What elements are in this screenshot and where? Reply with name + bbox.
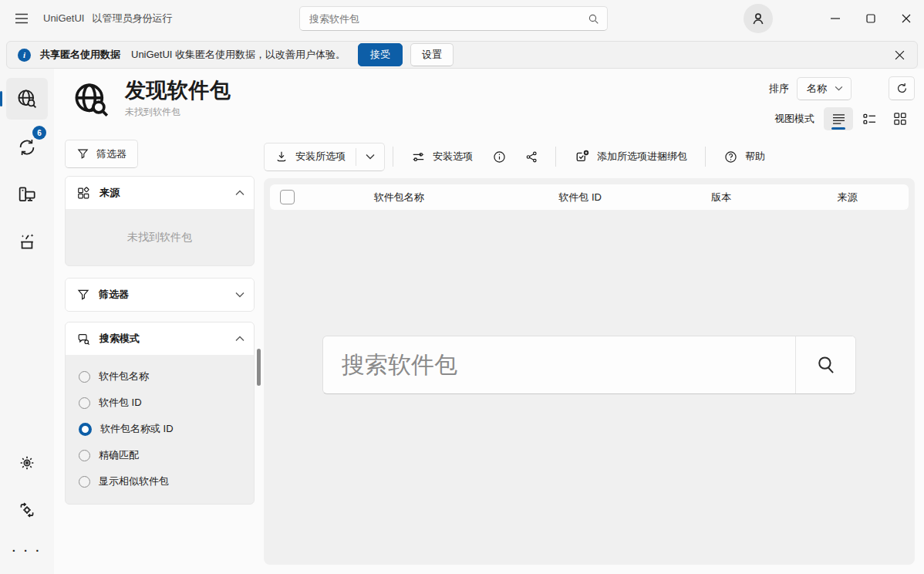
column-package-name[interactable]: 软件包名称: [295, 191, 504, 204]
nav-updates[interactable]: 6: [6, 128, 48, 167]
chevron-up-icon: [235, 336, 244, 342]
page-title: 发现软件包: [125, 76, 231, 104]
toggle-filters-button[interactable]: 筛选器: [65, 140, 138, 168]
sources-icon: [76, 186, 91, 201]
nav-installed[interactable]: [6, 175, 48, 214]
radio-checked-icon: [79, 423, 92, 436]
filters-card: 筛选器: [65, 278, 255, 312]
radio-option-similar-packages[interactable]: 显示相似软件包: [66, 468, 254, 495]
chevron-down-icon: [366, 154, 375, 160]
infobar-close-button[interactable]: [888, 43, 911, 66]
minimize-button[interactable]: [818, 0, 853, 37]
sliders-icon: [411, 150, 426, 164]
nav-discover[interactable]: [6, 78, 48, 120]
filters-title: 筛选器: [99, 288, 129, 302]
sort-dropdown[interactable]: 名称: [797, 77, 851, 100]
radio-icon: [79, 371, 90, 383]
updates-badge: 6: [32, 126, 46, 140]
install-dropdown-button[interactable]: [356, 144, 384, 171]
view-grid-button[interactable]: [885, 107, 915, 130]
maximize-button[interactable]: [853, 0, 889, 37]
main-search-box: [322, 336, 856, 394]
hamburger-icon: [15, 13, 29, 24]
list-icon: [832, 113, 845, 125]
selected-indicator: [0, 91, 2, 106]
add-to-bundle-button[interactable]: 添加所选项进捆绑包: [564, 143, 697, 171]
page-header: 发现软件包 未找到软件包 排序 名称: [65, 69, 924, 140]
nav-bundles[interactable]: [6, 222, 48, 261]
selected-underline: [831, 127, 845, 130]
splitter-handle[interactable]: [257, 349, 261, 386]
install-selected-button[interactable]: 安装所选项: [265, 144, 356, 171]
nav-operations[interactable]: [6, 491, 48, 529]
add-to-bundle-label: 添加所选项进捆绑包: [597, 150, 687, 164]
info-circle-icon: [492, 150, 507, 164]
titlebar-search-box: [299, 6, 608, 31]
radio-option-exact-match[interactable]: 精确匹配: [66, 442, 254, 468]
bubble-search-icon: [76, 332, 91, 346]
gear-icon: [17, 453, 37, 473]
download-icon: [275, 150, 288, 164]
close-icon: [895, 50, 905, 60]
content: 发现软件包 未找到软件包 排序 名称: [54, 69, 924, 574]
help-circle-icon: [723, 150, 738, 164]
refresh-icon: [895, 82, 909, 95]
radio-option-package-name[interactable]: 软件包名称: [66, 363, 254, 390]
share-icon: [524, 150, 539, 164]
install-options-button[interactable]: 安装选项: [401, 143, 483, 171]
grid-icon: [894, 113, 906, 125]
select-all-checkbox[interactable]: [280, 190, 295, 204]
box-sparkles-icon: [16, 231, 38, 252]
package-details-button[interactable]: [483, 143, 515, 171]
funnel-icon: [76, 147, 89, 160]
radio-option-package-id[interactable]: 软件包 ID: [66, 390, 254, 416]
titlebar-right: [744, 0, 924, 37]
titlebar-search-input[interactable]: [300, 13, 588, 25]
titlebar: UniGetUI以管理员身份运行: [0, 0, 924, 37]
radio-icon: [79, 450, 90, 461]
infobar-message: UniGetUI 收集匿名使用数据，以改善用户体验。: [131, 48, 346, 62]
radio-option-name-or-id[interactable]: 软件包名称或 ID: [66, 416, 254, 442]
share-button[interactable]: [515, 143, 548, 171]
nav-settings[interactable]: [6, 444, 48, 482]
close-button[interactable]: [889, 0, 924, 37]
window-title: UniGetUI以管理员身份运行: [43, 12, 172, 25]
main-search-input[interactable]: [323, 336, 795, 393]
sources-expander[interactable]: 来源: [66, 177, 254, 209]
search-mode-card: 搜索模式 软件包名称 软件包 ID: [65, 322, 255, 505]
search-mode-expander[interactable]: 搜索模式: [66, 322, 254, 355]
toolbar-separator: [705, 147, 706, 167]
toolbar: 安装所选项: [264, 140, 915, 174]
chevron-down-icon: [235, 292, 244, 298]
chevron-down-icon: [835, 86, 843, 91]
funnel-icon: [76, 288, 90, 302]
search-icon: [814, 353, 838, 377]
help-button[interactable]: 帮助: [713, 143, 775, 171]
sources-title: 来源: [99, 186, 120, 200]
sources-card: 来源 未找到软件包: [65, 176, 255, 266]
column-version[interactable]: 版本: [657, 191, 786, 204]
nav-more[interactable]: · · ·: [6, 538, 48, 566]
infobar-settings-button[interactable]: 设置: [410, 43, 454, 66]
hamburger-menu-button[interactable]: [8, 5, 35, 32]
more-dots-icon: · · ·: [12, 544, 42, 557]
reload-button[interactable]: [889, 76, 915, 100]
filters-expander[interactable]: 筛选器: [66, 279, 254, 311]
install-selected-label: 安装所选项: [295, 150, 346, 164]
filters-button-label: 筛选器: [96, 147, 126, 161]
install-selected-split-button: 安装所选项: [264, 143, 385, 171]
column-source[interactable]: 来源: [786, 191, 909, 204]
account-button[interactable]: [744, 4, 773, 33]
globe-search-icon: [71, 79, 111, 120]
accept-button[interactable]: 接受: [358, 43, 403, 66]
telemetry-infobar: i 共享匿名使用数据 UniGetUI 收集匿名使用数据，以改善用户体验。 接受…: [6, 41, 918, 69]
close-icon: [902, 14, 911, 23]
view-compact-list-button[interactable]: [824, 107, 853, 130]
main-search-button[interactable]: [796, 336, 855, 393]
column-package-id[interactable]: 软件包 ID: [504, 191, 657, 204]
radio-icon: [79, 476, 90, 488]
help-label: 帮助: [745, 150, 765, 164]
package-list: 软件包名称 软件包 ID 版本 来源: [264, 178, 915, 565]
gear-arrows-icon: [17, 500, 37, 520]
view-detailed-list-button[interactable]: [855, 107, 884, 130]
